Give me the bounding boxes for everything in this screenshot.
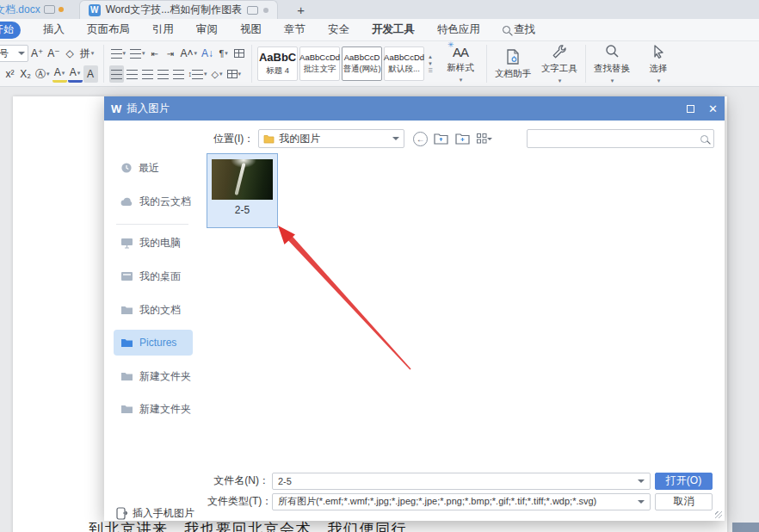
search-input[interactable] xyxy=(527,129,714,148)
borders-icon xyxy=(227,70,238,78)
decrease-font-button[interactable]: A⁻ xyxy=(46,45,61,62)
bullet-list-button[interactable] xyxy=(109,45,128,62)
filetype-combobox[interactable]: 所有图片(*.emf;*.wmf;*.jpg;*.jpeg;*.jpe;*.pn… xyxy=(272,493,651,510)
grid-view-icon xyxy=(477,133,487,144)
font-color-button[interactable]: A xyxy=(68,65,83,83)
gallery-more-icon[interactable]: ☰ xyxy=(428,68,433,73)
borders-button[interactable] xyxy=(225,65,244,83)
up-level-folder-button[interactable] xyxy=(434,133,449,145)
sidebar-item-pictures[interactable]: Pictures xyxy=(114,330,193,356)
line-spacing-button[interactable]: ↕ xyxy=(187,65,209,83)
menu-dev-tools[interactable]: 开发工具 xyxy=(372,22,415,37)
open-button[interactable]: 打开(O) xyxy=(655,473,713,490)
cancel-button[interactable]: 取消 xyxy=(655,493,713,510)
sidebar-item-cloud-docs[interactable]: 我的云文档 xyxy=(114,189,193,214)
change-case-button[interactable]: A˄ xyxy=(179,45,200,62)
location-combobox[interactable]: 我的图片 xyxy=(258,129,404,148)
font-size-combobox[interactable]: 号 xyxy=(0,45,28,62)
ribbon-paragraph-group: ⇤ ⇥ A˄ A↓ ¶ ↕ ◇ xyxy=(107,41,250,86)
folder-icon xyxy=(120,337,133,348)
document-tab-active[interactable]: W Word文字技...档如何制作图表 xyxy=(79,0,278,19)
sidebar-item-label: 我的桌面 xyxy=(139,269,181,284)
menu-special-features[interactable]: 特色应用 xyxy=(437,22,480,37)
filetype-value: 所有图片(*.emf;*.wmf;*.jpg;*.jpeg;*.jpe;*.pn… xyxy=(278,495,638,508)
sidebar-item-new-folder-2[interactable]: 新建文件夹 xyxy=(114,396,193,422)
subscript-button[interactable]: X₂ xyxy=(18,65,33,83)
new-style-button[interactable]: ✳AA 新样式 xyxy=(437,41,484,86)
menu-security[interactable]: 安全 xyxy=(328,22,349,37)
file-tile-selected[interactable]: 2-5 xyxy=(207,153,278,228)
text-tool-button[interactable]: 文字工具 xyxy=(536,41,583,86)
filename-combobox[interactable]: 2-5 xyxy=(272,473,651,490)
style-card-heading4[interactable]: AaBbC 标题 4 xyxy=(257,46,298,81)
superscript-button[interactable]: x² xyxy=(3,65,17,83)
shading-button[interactable]: ◇ xyxy=(210,65,225,83)
style-name: 默认段... xyxy=(388,64,419,75)
menu-view[interactable]: 视图 xyxy=(240,22,262,37)
sort-button[interactable]: A↓ xyxy=(200,45,215,62)
wps-logo-icon: W xyxy=(111,102,121,115)
location-toolbar: ← xyxy=(413,132,492,146)
table-icon xyxy=(234,49,244,58)
select-button[interactable]: 选择 xyxy=(635,41,682,86)
align-right-button[interactable] xyxy=(140,65,155,83)
menu-review[interactable]: 审阅 xyxy=(196,22,218,37)
align-center-button[interactable] xyxy=(125,65,139,83)
menu-page-layout[interactable]: 页面布局 xyxy=(87,22,130,37)
clear-format-button[interactable]: ◇ xyxy=(63,45,77,62)
sidebar-item-new-folder-1[interactable]: 新建文件夹 xyxy=(114,363,193,389)
document-text: 到北京讲来，我也要回北京会术，我们便同行 xyxy=(89,519,407,532)
location-label: 位置(I)： xyxy=(213,132,254,146)
sidebar-item-my-computer[interactable]: 我的电脑 xyxy=(114,230,193,256)
chevron-down-icon xyxy=(18,52,25,59)
style-card-normal-web[interactable]: AaBbCcD 普通(网站) xyxy=(342,46,382,81)
character-shading-button[interactable]: A xyxy=(83,65,98,83)
menu-start[interactable]: 开始 xyxy=(0,22,21,39)
scroll-down-icon[interactable]: ▼ xyxy=(428,61,433,66)
circled-character-button[interactable]: Ⓐ xyxy=(34,65,52,83)
align-left-button[interactable] xyxy=(109,65,124,83)
sidebar-item-my-documents[interactable]: 我的文档 xyxy=(114,297,193,323)
new-folder-button[interactable] xyxy=(455,133,471,145)
style-sample: AaBbCcD xyxy=(344,53,380,62)
decrease-indent-button[interactable]: ⇤ xyxy=(148,45,163,62)
menu-references[interactable]: 引用 xyxy=(152,22,174,37)
table-tool-button[interactable] xyxy=(231,45,246,62)
doc-assistant-label: 文档助手 xyxy=(495,68,531,80)
scroll-up-icon[interactable]: ▲ xyxy=(428,54,433,59)
increase-indent-button[interactable]: ⇥ xyxy=(164,45,178,62)
back-button[interactable]: ← xyxy=(413,132,428,146)
align-left-icon xyxy=(111,70,122,79)
new-tab-button[interactable]: + xyxy=(290,2,312,19)
menu-insert[interactable]: 插入 xyxy=(43,22,65,37)
align-right-icon xyxy=(142,70,153,79)
show-marks-button[interactable]: ¶ xyxy=(216,45,231,62)
chevron-down-icon xyxy=(392,137,399,144)
insert-phone-label: 插入手机图片 xyxy=(133,506,194,521)
view-mode-button[interactable] xyxy=(477,133,492,144)
find-replace-button[interactable]: 查找替换 xyxy=(589,41,635,86)
document-wrench-icon xyxy=(504,48,521,65)
numbered-list-button[interactable] xyxy=(128,45,147,62)
document-tab-inactive[interactable]: 文档.docx xyxy=(0,0,69,19)
justify-button[interactable] xyxy=(156,65,170,83)
distribute-button[interactable] xyxy=(171,65,186,83)
pinyin-guide-button[interactable]: 拼 xyxy=(78,45,96,62)
maximize-icon[interactable] xyxy=(687,105,694,113)
tab-label: 文档.docx xyxy=(0,3,40,17)
style-sample: AaBbCcDd xyxy=(384,53,424,62)
increase-font-button[interactable]: A⁺ xyxy=(29,45,45,62)
sidebar-item-my-desktop[interactable]: 我的桌面 xyxy=(114,263,193,289)
style-card-comment[interactable]: AaBbCcDd 批注文字 xyxy=(299,46,340,81)
window-tab-bar: 文档.docx W Word文字技...档如何制作图表 + xyxy=(0,0,759,19)
style-card-default[interactable]: AaBbCcDd 默认段... xyxy=(384,46,424,81)
waterfall-photo-thumbnail xyxy=(212,159,273,200)
highlight-color-button[interactable]: A xyxy=(52,65,67,83)
search-icon xyxy=(503,26,510,34)
doc-assistant-button[interactable]: 文档助手 xyxy=(490,41,536,86)
menu-find[interactable]: 查找 xyxy=(503,22,535,37)
close-icon[interactable]: ✕ xyxy=(708,103,718,114)
insert-phone-picture-button[interactable]: 插入手机图片 xyxy=(116,506,194,521)
sidebar-item-recent[interactable]: 最近 xyxy=(114,155,193,181)
menu-section[interactable]: 章节 xyxy=(284,22,305,37)
